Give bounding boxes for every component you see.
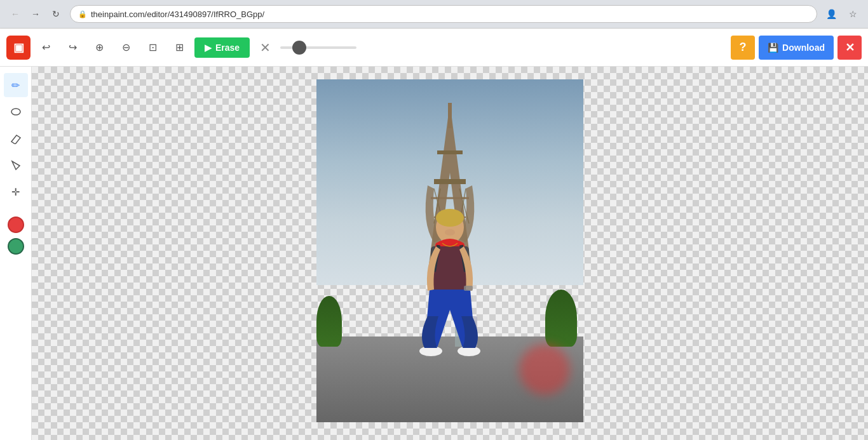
tree-right: [545, 290, 577, 347]
erase-label: Erase: [215, 43, 240, 53]
image-container: [316, 79, 583, 422]
forward-button[interactable]: →: [27, 5, 44, 23]
zoom-fit-button[interactable]: ⊡: [141, 36, 164, 59]
tree-left: [316, 296, 342, 347]
bookmark-button[interactable]: ☆: [844, 5, 862, 23]
svg-point-0: [11, 109, 20, 115]
nav-buttons: ← → ↻: [6, 5, 65, 23]
move-tool-button[interactable]: ✛: [4, 180, 28, 204]
brush-size-slider[interactable]: [280, 46, 356, 49]
erase-button[interactable]: ▶ Erase: [194, 37, 250, 58]
svg-rect-4: [448, 103, 452, 128]
left-sidebar: ✏ ✛: [0, 67, 32, 440]
lock-icon: 🔒: [78, 10, 87, 18]
eraser-tool-button[interactable]: [4, 126, 28, 150]
stamp-tool-button[interactable]: [4, 153, 28, 177]
brush-overlay: [519, 344, 570, 395]
profile-button[interactable]: 👤: [822, 5, 840, 23]
cancel-button[interactable]: ✕: [254, 36, 276, 59]
browser-actions: 👤 ☆: [822, 5, 862, 23]
svg-rect-3: [437, 150, 463, 154]
svg-point-17: [445, 229, 455, 236]
slider-track: [280, 46, 356, 49]
download-label: Download: [782, 43, 825, 53]
person-figure: [386, 208, 513, 405]
refresh-button[interactable]: ↻: [47, 5, 65, 23]
lasso-tool-button[interactable]: [4, 100, 28, 124]
erase-play-icon: ▶: [205, 43, 212, 53]
zoom-out-button[interactable]: ⊖: [114, 36, 137, 59]
app-toolbar: ▣ ↩ ↪ ⊕ ⊖ ⊡ ⊞ ▶ Erase ✕ ? 💾 Download ✕: [0, 29, 868, 67]
red-color-swatch[interactable]: [8, 217, 24, 233]
download-icon: 💾: [768, 43, 778, 53]
download-button[interactable]: 💾 Download: [759, 36, 834, 60]
green-color-swatch[interactable]: [8, 238, 24, 255]
svg-rect-2: [434, 179, 466, 184]
brush-tool-button[interactable]: ✏: [4, 73, 28, 97]
zoom-in-button[interactable]: ⊕: [88, 36, 111, 59]
help-button[interactable]: ?: [731, 36, 755, 60]
canvas-area[interactable]: [32, 67, 868, 440]
zoom-reset-button[interactable]: ⊞: [168, 36, 191, 59]
photo-canvas: [316, 79, 583, 422]
undo-button[interactable]: ↩: [34, 36, 57, 59]
main-area: ✏ ✛: [0, 67, 868, 440]
close-button[interactable]: ✕: [837, 36, 862, 60]
svg-rect-18: [464, 286, 473, 291]
url-text: theinpaint.com/editor/431490897/IfRRO_BG…: [91, 10, 809, 19]
logo-button[interactable]: ▣: [6, 36, 31, 60]
svg-point-13: [436, 209, 464, 227]
slider-thumb[interactable]: [292, 41, 306, 55]
redo-button[interactable]: ↪: [61, 36, 84, 59]
browser-chrome: ← → ↻ 🔒 theinpaint.com/editor/431490897/…: [0, 0, 868, 29]
address-bar[interactable]: 🔒 theinpaint.com/editor/431490897/IfRRO_…: [70, 5, 817, 23]
back-button[interactable]: ←: [6, 5, 24, 23]
